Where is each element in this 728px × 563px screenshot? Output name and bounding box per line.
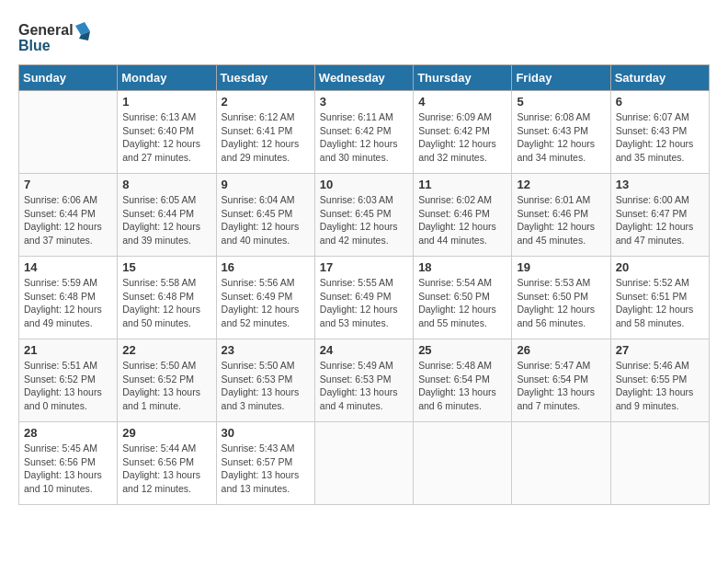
day-cell: 5Sunrise: 6:08 AMSunset: 6:43 PMDaylight… <box>512 91 610 174</box>
day-cell: 15Sunrise: 5:58 AMSunset: 6:48 PMDayligh… <box>118 257 216 339</box>
day-cell <box>414 422 512 505</box>
day-number: 10 <box>320 178 408 191</box>
day-info: Sunrise: 5:50 AMSunset: 6:53 PMDaylight:… <box>222 359 310 413</box>
day-cell <box>512 422 610 505</box>
day-info: Sunrise: 6:05 AMSunset: 6:44 PMDaylight:… <box>122 193 210 247</box>
day-cell: 30Sunrise: 5:43 AMSunset: 6:57 PMDayligh… <box>216 422 314 505</box>
day-info: Sunrise: 5:51 AMSunset: 6:52 PMDaylight:… <box>24 359 112 413</box>
day-info: Sunrise: 6:12 AMSunset: 6:41 PMDaylight:… <box>222 110 310 165</box>
day-info: Sunrise: 5:50 AMSunset: 6:52 PMDaylight:… <box>122 359 210 413</box>
week-row-2: 7Sunrise: 6:06 AMSunset: 6:44 PMDaylight… <box>19 174 710 257</box>
day-cell: 27Sunrise: 5:46 AMSunset: 6:55 PMDayligh… <box>610 339 709 422</box>
day-cell: 28Sunrise: 5:45 AMSunset: 6:56 PMDayligh… <box>19 422 118 505</box>
header-friday: Friday <box>512 65 610 91</box>
week-row-4: 21Sunrise: 5:51 AMSunset: 6:52 PMDayligh… <box>19 339 710 422</box>
day-number: 22 <box>122 343 210 357</box>
day-cell: 22Sunrise: 5:50 AMSunset: 6:52 PMDayligh… <box>118 339 216 422</box>
day-number: 12 <box>517 178 605 191</box>
day-info: Sunrise: 5:49 AMSunset: 6:53 PMDaylight:… <box>320 359 408 413</box>
svg-text:General: General <box>18 22 74 38</box>
day-cell: 4Sunrise: 6:09 AMSunset: 6:42 PMDaylight… <box>414 91 512 174</box>
day-info: Sunrise: 5:45 AMSunset: 6:56 PMDaylight:… <box>24 442 112 496</box>
day-cell: 12Sunrise: 6:01 AMSunset: 6:46 PMDayligh… <box>512 174 610 257</box>
header-wednesday: Wednesday <box>314 65 413 91</box>
day-info: Sunrise: 6:13 AMSunset: 6:40 PMDaylight:… <box>122 110 210 165</box>
day-number: 17 <box>320 260 408 274</box>
day-info: Sunrise: 6:08 AMSunset: 6:43 PMDaylight:… <box>517 110 605 165</box>
day-number: 15 <box>122 260 210 274</box>
day-number: 19 <box>517 260 605 274</box>
header-sunday: Sunday <box>19 65 118 91</box>
day-info: Sunrise: 6:04 AMSunset: 6:45 PMDaylight:… <box>222 193 310 247</box>
day-info: Sunrise: 6:00 AMSunset: 6:47 PMDaylight:… <box>616 193 704 247</box>
day-number: 21 <box>24 343 112 357</box>
day-cell: 16Sunrise: 5:56 AMSunset: 6:49 PMDayligh… <box>216 257 314 339</box>
day-cell: 21Sunrise: 5:51 AMSunset: 6:52 PMDayligh… <box>19 339 118 422</box>
week-row-5: 28Sunrise: 5:45 AMSunset: 6:56 PMDayligh… <box>19 422 710 505</box>
day-number: 9 <box>222 178 310 191</box>
day-info: Sunrise: 5:55 AMSunset: 6:49 PMDaylight:… <box>320 276 408 330</box>
day-cell: 7Sunrise: 6:06 AMSunset: 6:44 PMDaylight… <box>19 174 118 257</box>
day-number: 1 <box>122 95 210 109</box>
day-cell: 8Sunrise: 6:05 AMSunset: 6:44 PMDaylight… <box>118 174 216 257</box>
day-info: Sunrise: 6:01 AMSunset: 6:46 PMDaylight:… <box>517 193 605 247</box>
day-info: Sunrise: 6:11 AMSunset: 6:42 PMDaylight:… <box>320 110 408 165</box>
day-info: Sunrise: 5:46 AMSunset: 6:55 PMDaylight:… <box>616 359 704 413</box>
day-number: 14 <box>24 260 112 274</box>
day-number: 28 <box>24 426 112 440</box>
day-cell <box>314 422 413 505</box>
day-number: 5 <box>517 95 605 109</box>
day-cell: 20Sunrise: 5:52 AMSunset: 6:51 PMDayligh… <box>610 257 709 339</box>
week-row-1: 1Sunrise: 6:13 AMSunset: 6:40 PMDaylight… <box>19 91 710 174</box>
day-cell <box>610 422 709 505</box>
day-info: Sunrise: 5:43 AMSunset: 6:57 PMDaylight:… <box>222 442 310 496</box>
day-info: Sunrise: 5:54 AMSunset: 6:50 PMDaylight:… <box>418 276 506 330</box>
header-saturday: Saturday <box>610 65 709 91</box>
day-number: 4 <box>418 95 506 109</box>
day-info: Sunrise: 5:47 AMSunset: 6:54 PMDaylight:… <box>517 359 605 413</box>
day-number: 20 <box>616 260 704 274</box>
day-info: Sunrise: 6:09 AMSunset: 6:42 PMDaylight:… <box>418 110 506 165</box>
day-number: 13 <box>616 178 704 191</box>
day-info: Sunrise: 5:59 AMSunset: 6:48 PMDaylight:… <box>24 276 112 330</box>
day-cell: 11Sunrise: 6:02 AMSunset: 6:46 PMDayligh… <box>414 174 512 257</box>
day-cell: 29Sunrise: 5:44 AMSunset: 6:56 PMDayligh… <box>118 422 216 505</box>
day-info: Sunrise: 5:53 AMSunset: 6:50 PMDaylight:… <box>517 276 605 330</box>
day-cell: 6Sunrise: 6:07 AMSunset: 6:43 PMDaylight… <box>610 91 709 174</box>
logo-icon: General Blue <box>18 18 92 55</box>
logo: General Blue <box>18 18 92 55</box>
day-number: 11 <box>418 178 506 191</box>
header-thursday: Thursday <box>414 65 512 91</box>
day-number: 6 <box>616 95 704 109</box>
day-cell: 9Sunrise: 6:04 AMSunset: 6:45 PMDaylight… <box>216 174 314 257</box>
day-number: 25 <box>418 343 506 357</box>
day-number: 29 <box>122 426 210 440</box>
day-number: 30 <box>222 426 310 440</box>
day-cell: 13Sunrise: 6:00 AMSunset: 6:47 PMDayligh… <box>610 174 709 257</box>
day-cell <box>19 91 118 174</box>
day-cell: 14Sunrise: 5:59 AMSunset: 6:48 PMDayligh… <box>19 257 118 339</box>
day-info: Sunrise: 6:06 AMSunset: 6:44 PMDaylight:… <box>24 193 112 247</box>
day-info: Sunrise: 5:52 AMSunset: 6:51 PMDaylight:… <box>616 276 704 330</box>
day-number: 18 <box>418 260 506 274</box>
header-tuesday: Tuesday <box>216 65 314 91</box>
day-number: 27 <box>616 343 704 357</box>
day-cell: 17Sunrise: 5:55 AMSunset: 6:49 PMDayligh… <box>314 257 413 339</box>
day-cell: 2Sunrise: 6:12 AMSunset: 6:41 PMDaylight… <box>216 91 314 174</box>
day-info: Sunrise: 5:44 AMSunset: 6:56 PMDaylight:… <box>122 442 210 496</box>
page-header: General Blue <box>18 18 710 55</box>
day-number: 3 <box>320 95 408 109</box>
day-info: Sunrise: 6:07 AMSunset: 6:43 PMDaylight:… <box>616 110 704 165</box>
day-cell: 23Sunrise: 5:50 AMSunset: 6:53 PMDayligh… <box>216 339 314 422</box>
day-info: Sunrise: 6:03 AMSunset: 6:45 PMDaylight:… <box>320 193 408 247</box>
day-number: 2 <box>222 95 310 109</box>
day-info: Sunrise: 5:48 AMSunset: 6:54 PMDaylight:… <box>418 359 506 413</box>
header-monday: Monday <box>118 65 216 91</box>
day-info: Sunrise: 5:56 AMSunset: 6:49 PMDaylight:… <box>222 276 310 330</box>
day-cell: 1Sunrise: 6:13 AMSunset: 6:40 PMDaylight… <box>118 91 216 174</box>
day-cell: 10Sunrise: 6:03 AMSunset: 6:45 PMDayligh… <box>314 174 413 257</box>
day-number: 24 <box>320 343 408 357</box>
day-cell: 19Sunrise: 5:53 AMSunset: 6:50 PMDayligh… <box>512 257 610 339</box>
day-info: Sunrise: 6:02 AMSunset: 6:46 PMDaylight:… <box>418 193 506 247</box>
day-number: 23 <box>222 343 310 357</box>
